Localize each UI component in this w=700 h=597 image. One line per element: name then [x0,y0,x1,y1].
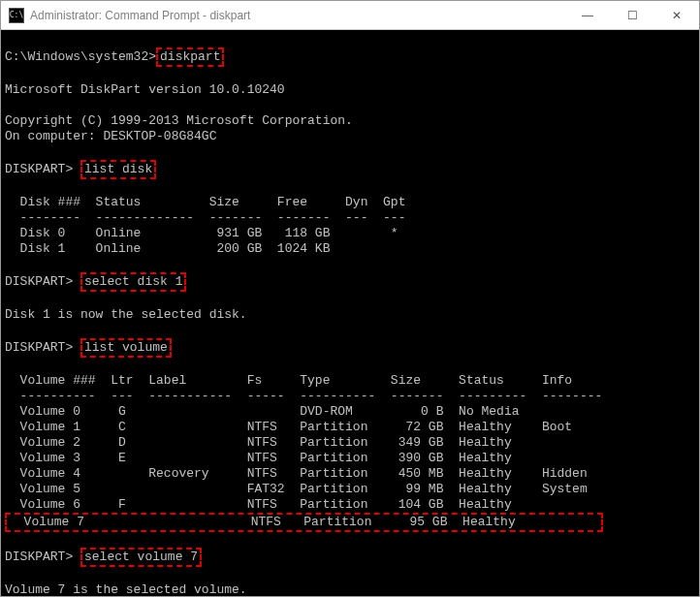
vol-row-7: Volume 7 NTFS Partition 95 GB Healthy [9,515,599,529]
vol-row: Volume 4 Recovery NTFS Partition 450 MB … [5,466,588,481]
vol-header: Volume ### Ltr Label Fs Type Size Status… [5,373,572,388]
vol-sep: ---------- --- ----------- ----- -------… [5,389,602,403]
window-controls: — ☐ ✕ [565,1,699,30]
prompt-list-disk: DISKPART> list disk [5,162,156,176]
vol-row: Volume 1 C NTFS Partition 72 GB Healthy … [5,420,572,434]
prompt-select-volume: DISKPART> select volume 7 [5,550,202,564]
disk-sep: -------- ------------- ------- ------- -… [5,210,405,225]
select-disk-result: Disk 1 is now the selected disk. [5,307,247,322]
titlebar[interactable]: C:\ Administrator: Command Prompt - disk… [1,1,699,30]
highlight-select-volume: select volume 7 [80,548,202,567]
prompt-select-disk: DISKPART> select disk 1 [5,274,186,289]
highlight-list-disk: list disk [80,160,156,179]
prompt-path: C:\Windows\system32> [5,49,156,64]
diskpart-prompt: DISKPART> [5,162,80,176]
computer-line: On computer: DESKTOP-08G84GC [5,129,216,143]
disk-header: Disk ### Status Size Free Dyn Gpt [5,195,405,209]
highlight-select-disk: select disk 1 [80,272,186,292]
window-title: Administrator: Command Prompt - diskpart [30,9,565,22]
window: C:\ Administrator: Command Prompt - disk… [0,0,700,597]
terminal[interactable]: C:\Windows\system32>diskpart Microsoft D… [1,30,699,596]
vol-row: Volume 6 F NTFS Partition 104 GB Healthy [5,497,512,512]
highlight-list-volume: list volume [80,338,172,358]
disk-row: Disk 0 Online 931 GB 118 GB * [5,226,398,240]
version-line: Microsoft DiskPart version 10.0.10240 [5,82,285,97]
diskpart-prompt: DISKPART> [5,340,80,355]
highlight-diskpart: diskpart [156,47,224,67]
prompt-list-volume: DISKPART> list volume [5,340,172,355]
vol-row: Volume 5 FAT32 Partition 99 MB Healthy S… [5,482,588,496]
disk-row: Disk 1 Online 200 GB 1024 KB [5,241,330,256]
minimize-button[interactable]: — [565,1,610,30]
select-volume-result: Volume 7 is the selected volume. [5,582,247,596]
copyright-line: Copyright (C) 1999-2013 Microsoft Corpor… [5,113,353,128]
vol-row: Volume 0 G DVD-ROM 0 B No Media [5,404,520,419]
vol-row: Volume 2 D NTFS Partition 349 GB Healthy [5,435,512,450]
cmd-icon: C:\ [9,8,24,23]
maximize-button[interactable]: ☐ [610,1,654,30]
prompt-line-1: C:\Windows\system32>diskpart [5,49,224,64]
close-button[interactable]: ✕ [654,1,699,30]
vol-row: Volume 3 E NTFS Partition 390 GB Healthy [5,451,512,465]
diskpart-prompt: DISKPART> [5,550,80,564]
diskpart-prompt: DISKPART> [5,274,80,289]
highlight-volume-7: Volume 7 NTFS Partition 95 GB Healthy [5,513,603,532]
